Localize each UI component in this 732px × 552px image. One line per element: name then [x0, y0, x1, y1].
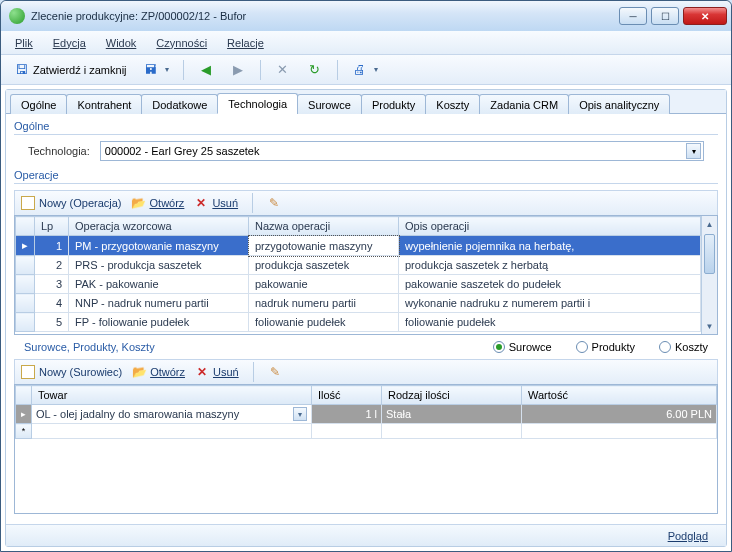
- tab-dodatkowe[interactable]: Dodatkowe: [141, 94, 218, 114]
- separator: [337, 60, 338, 80]
- col-wartosc[interactable]: Wartość: [522, 386, 717, 405]
- scroll-thumb[interactable]: [704, 234, 715, 274]
- table-row[interactable]: 2PRS - produkcja saszetekprodukcja sasze…: [16, 256, 701, 275]
- separator: [260, 60, 261, 80]
- col-lp[interactable]: Lp: [35, 217, 69, 236]
- menu-czynnosci[interactable]: Czynności: [148, 35, 215, 51]
- table-row[interactable]: ▸ OL - olej jadalny do smarowania maszyn…: [16, 405, 717, 424]
- chevron-down-icon[interactable]: ▾: [293, 407, 307, 421]
- save-disk-icon: 🖫: [13, 62, 29, 78]
- scroll-up-icon[interactable]: ▲: [702, 216, 717, 232]
- menu-edycja[interactable]: Edycja: [45, 35, 94, 51]
- table-row[interactable]: 3PAK - pakowaniepakowaniepakowanie sasze…: [16, 275, 701, 294]
- col-rodzaj[interactable]: Rodzaj ilości: [382, 386, 522, 405]
- col-towar[interactable]: Towar: [32, 386, 312, 405]
- radio-surowce[interactable]: Surowce: [493, 341, 552, 353]
- spk-row: Surowce, Produkty, Koszty Surowce Produk…: [14, 335, 718, 359]
- table-row[interactable]: 4NNP - nadruk numeru partiinadruk numeru…: [16, 294, 701, 313]
- printer-icon: 🖨: [352, 62, 368, 78]
- new-row-icon: *: [16, 424, 32, 439]
- operations-toolbar: Nowy (Operacja) 📂Otwórz ✕Usuń ✎: [14, 190, 718, 216]
- radio-koszty[interactable]: Koszty: [659, 341, 708, 353]
- radio-dot-icon: [493, 341, 505, 353]
- tab-ogolne[interactable]: Ogólne: [10, 94, 67, 114]
- edit-material-button[interactable]: ✎: [268, 365, 282, 379]
- technology-value: 000002 - Earl Grey 25 saszetek: [105, 145, 260, 157]
- disk-icon: 🖬: [143, 62, 159, 78]
- content-area: Ogólne Kontrahent Dodatkowe Technologia …: [5, 89, 727, 547]
- spk-label: Surowce, Produkty, Koszty: [24, 341, 493, 353]
- rowhead: [16, 217, 35, 236]
- toolbar: 🖫 Zatwierdź i zamknij 🖬▾ ◀ ▶ ✕ ↻ 🖨▾: [1, 55, 731, 85]
- technology-combo[interactable]: 000002 - Earl Grey 25 saszetek ▾: [100, 141, 704, 161]
- tab-pane-technologia: Ogólne Technologia: 000002 - Earl Grey 2…: [6, 114, 726, 524]
- tab-zadania[interactable]: Zadania CRM: [479, 94, 569, 114]
- back-button[interactable]: ◀: [192, 59, 220, 81]
- tab-opis[interactable]: Opis analityczny: [568, 94, 670, 114]
- maximize-button[interactable]: ☐: [651, 7, 679, 25]
- tools-icon: ✕: [275, 62, 291, 78]
- tab-kontrahent[interactable]: Kontrahent: [66, 94, 142, 114]
- new-row[interactable]: *: [16, 424, 717, 439]
- edit-operation-button[interactable]: ✎: [267, 196, 281, 210]
- confirm-label: Zatwierdź i zamknij: [33, 64, 127, 76]
- window-title: Zlecenie produkcyjne: ZP/000002/12 - Buf…: [31, 10, 619, 22]
- menu-widok[interactable]: Widok: [98, 35, 145, 51]
- titlebar: Zlecenie produkcyjne: ZP/000002/12 - Buf…: [1, 1, 731, 31]
- edit-icon: ✎: [267, 196, 281, 210]
- group-operacje-label: Operacje: [14, 169, 718, 181]
- arrow-left-icon: ◀: [198, 62, 214, 78]
- separator: [252, 193, 253, 213]
- technology-label: Technologia:: [28, 145, 90, 157]
- chevron-down-icon: ▾: [374, 65, 378, 74]
- tab-produkty[interactable]: Produkty: [361, 94, 426, 114]
- col-wzorcowa[interactable]: Operacja wzorcowa: [69, 217, 249, 236]
- print-split-button[interactable]: 🖨▾: [346, 59, 384, 81]
- folder-open-icon: 📂: [132, 365, 146, 379]
- tab-strip: Ogólne Kontrahent Dodatkowe Technologia …: [6, 90, 726, 114]
- forward-button[interactable]: ▶: [224, 59, 252, 81]
- col-nazwa[interactable]: Nazwa operacji: [249, 217, 399, 236]
- preview-link[interactable]: Podgląd: [668, 530, 708, 542]
- tab-koszty[interactable]: Koszty: [425, 94, 480, 114]
- towar-cell[interactable]: OL - olej jadalny do smarowania maszyny▾: [32, 405, 312, 424]
- divider: [14, 134, 718, 135]
- delete-material-button[interactable]: ✕Usuń: [195, 365, 239, 379]
- refresh-button[interactable]: ↻: [301, 59, 329, 81]
- new-material-button[interactable]: Nowy (Surowiec): [21, 365, 122, 379]
- col-opis[interactable]: Opis operacji: [399, 217, 701, 236]
- folder-open-icon: 📂: [132, 196, 146, 210]
- minimize-button[interactable]: ─: [619, 7, 647, 25]
- confirm-close-button[interactable]: 🖫 Zatwierdź i zamknij: [7, 59, 133, 81]
- table-row[interactable]: 5FP - foliowanie pudełekfoliowanie pudeł…: [16, 313, 701, 332]
- new-operation-button[interactable]: Nowy (Operacja): [21, 196, 122, 210]
- radio-produkty[interactable]: Produkty: [576, 341, 635, 353]
- col-ilosc[interactable]: Ilość: [312, 386, 382, 405]
- close-button[interactable]: ✕: [683, 7, 727, 25]
- save-split-button[interactable]: 🖬▾: [137, 59, 175, 81]
- operations-tbody: ▸ 1 PM - przygotowanie maszyny przygotow…: [16, 236, 701, 332]
- tab-surowce[interactable]: Surowce: [297, 94, 362, 114]
- scroll-down-icon[interactable]: ▼: [702, 318, 717, 334]
- open-operation-button[interactable]: 📂Otwórz: [132, 196, 185, 210]
- row-indicator-icon: ▸: [16, 236, 35, 256]
- menu-plik[interactable]: Plik: [7, 35, 41, 51]
- open-material-button[interactable]: 📂Otwórz: [132, 365, 185, 379]
- delete-operation-button[interactable]: ✕Usuń: [194, 196, 238, 210]
- operations-grid: Lp Operacja wzorcowa Nazwa operacji Opis…: [14, 215, 718, 335]
- chevron-down-icon[interactable]: ▾: [686, 143, 701, 159]
- menubar: Plik Edycja Widok Czynności Relacje: [1, 31, 731, 55]
- materials-toolbar: Nowy (Surowiec) 📂Otwórz ✕Usuń ✎: [14, 359, 718, 385]
- arrow-right-icon: ▶: [230, 62, 246, 78]
- refresh-icon: ↻: [307, 62, 323, 78]
- technology-row: Technologia: 000002 - Earl Grey 25 sasze…: [14, 141, 718, 169]
- separator: [183, 60, 184, 80]
- tools-button[interactable]: ✕: [269, 59, 297, 81]
- vertical-scrollbar[interactable]: ▲ ▼: [701, 216, 717, 334]
- delete-icon: ✕: [195, 365, 209, 379]
- app-icon: [9, 8, 25, 24]
- menu-relacje[interactable]: Relacje: [219, 35, 272, 51]
- table-row[interactable]: ▸ 1 PM - przygotowanie maszyny przygotow…: [16, 236, 701, 256]
- tab-technologia[interactable]: Technologia: [217, 93, 298, 114]
- new-icon: [21, 365, 35, 379]
